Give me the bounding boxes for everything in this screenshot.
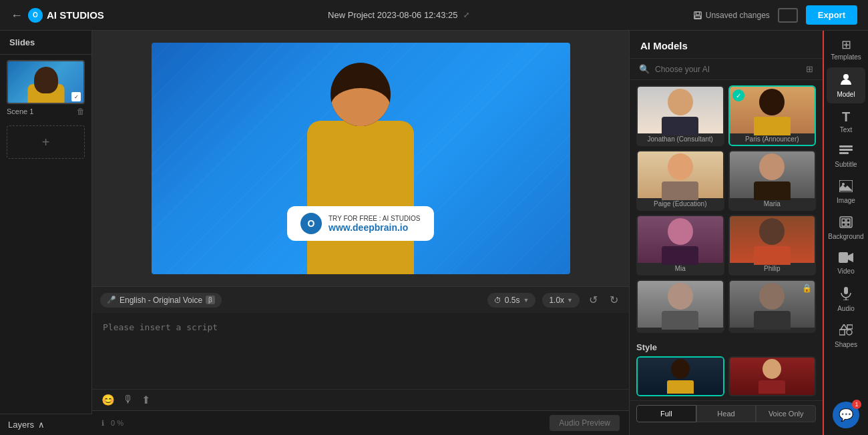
status-left: ℹ 0 %: [101, 419, 124, 428]
upload-icon[interactable]: ⬆: [142, 394, 150, 406]
audio-icon: [840, 287, 852, 302]
script-icons: 😊 🎙 ⬆: [101, 394, 150, 406]
unsaved-text: Unsaved changes: [706, 11, 770, 20]
time-selector[interactable]: ⏱ 0.5s ▼: [487, 293, 536, 308]
model-card-philip[interactable]: Philip: [728, 215, 817, 276]
canvas-wrapper: O TRY FOR FREE : AI STUDIOS www.deepbrai…: [92, 31, 629, 286]
chat-notification-badge: 1: [852, 400, 861, 409]
model-card-maria[interactable]: Maria: [728, 150, 817, 211]
topbar-left: ← O AI STUDIOS: [11, 8, 104, 23]
model-card-mia[interactable]: Mia: [636, 215, 724, 276]
clock-icon: ⏱: [494, 296, 501, 304]
view-voice-button[interactable]: Voice Only: [756, 405, 816, 422]
external-link-icon[interactable]: ⤢: [463, 11, 469, 19]
view-head-button[interactable]: Head: [696, 405, 756, 422]
shapes-icon: [839, 324, 853, 338]
model-card-unknown1[interactable]: [636, 280, 724, 333]
watermark-url: www.deepbrain.io: [329, 222, 420, 233]
save-icon: [693, 11, 702, 20]
chat-button[interactable]: 💬 1: [833, 402, 859, 428]
screen-size-icon[interactable]: [778, 8, 798, 23]
lock-icon: 🔒: [802, 284, 812, 293]
time-label: 0.5s: [505, 296, 520, 305]
svg-point-19: [847, 330, 852, 335]
watermark-prefix: TRY FOR FREE : AI STUDIOS: [329, 215, 420, 222]
add-slide-icon: +: [42, 135, 50, 150]
svg-rect-18: [839, 330, 845, 335]
tool-background[interactable]: Background: [827, 211, 865, 246]
language-label: English - Original Voice: [120, 296, 202, 305]
model-card-paige[interactable]: Paige (Education): [636, 150, 724, 211]
model-name-paris: Paris (Announcer): [730, 133, 815, 145]
tool-video[interactable]: Video: [827, 247, 865, 280]
svg-point-8: [842, 183, 845, 185]
back-button[interactable]: ←: [11, 9, 23, 21]
tool-model[interactable]: Model: [827, 67, 865, 103]
logo-text: AI STUDIOS: [47, 9, 104, 21]
tool-templates[interactable]: ⊞ Templates: [827, 33, 865, 66]
selected-check-icon: ✓: [732, 89, 744, 101]
tool-subtitle[interactable]: Subtitle: [827, 140, 865, 173]
speed-chevron: ▼: [567, 297, 573, 304]
redo-button[interactable]: ↻: [607, 291, 621, 309]
slides-panel: Slides 1 ✓ Scene 1 🗑 + Layers ∧: [0, 31, 92, 435]
export-button[interactable]: Export: [806, 5, 857, 25]
script-input[interactable]: [92, 313, 629, 386]
add-slide-button[interactable]: +: [7, 125, 85, 159]
ai-models-header: AI Models: [630, 31, 823, 59]
mic-script-icon[interactable]: 🎙: [123, 394, 134, 406]
model-label: Model: [837, 91, 855, 98]
search-icon: 🔍: [639, 64, 650, 74]
chat-icon: 💬: [839, 408, 853, 422]
layers-bar[interactable]: Layers ∧: [0, 414, 92, 435]
style-image-full: [638, 358, 723, 395]
slide-item-1[interactable]: 1 ✓ Scene 1 🗑: [0, 55, 91, 121]
video-label: Video: [837, 268, 854, 275]
avatar-head: [331, 63, 391, 126]
canvas-area: O TRY FOR FREE : AI STUDIOS www.deepbrai…: [92, 31, 629, 435]
unsaved-badge: Unsaved changes: [693, 11, 770, 20]
language-selector[interactable]: 🎤 English - Original Voice β: [100, 293, 222, 308]
mic-icon: 🎤: [107, 296, 116, 304]
thumb-checkmark: ✓: [71, 92, 81, 101]
filter-icon[interactable]: ⊞: [806, 64, 813, 74]
delete-slide-icon[interactable]: 🗑: [77, 107, 85, 116]
svg-rect-12: [842, 223, 845, 226]
templates-icon: ⊞: [841, 39, 851, 51]
view-full-button[interactable]: Full: [636, 405, 696, 422]
svg-rect-4: [839, 145, 853, 147]
tool-shapes[interactable]: Shapes: [827, 319, 865, 354]
svg-rect-2: [694, 15, 700, 18]
undo-button[interactable]: ↺: [586, 291, 600, 309]
slide-thumbnail: ✓: [7, 60, 85, 104]
model-image-jonathan: [638, 87, 723, 133]
model-card-jonathan[interactable]: Jonathan (Consultant): [636, 85, 724, 146]
style-card-full[interactable]: [636, 356, 724, 396]
model-icon: [839, 73, 853, 88]
project-title: New Project 2023-08-06 12:43:25: [328, 10, 457, 20]
model-image-paige: [638, 151, 723, 198]
view-options: Full Head Voice Only: [630, 400, 823, 426]
audio-preview-button[interactable]: Audio Preview: [550, 415, 620, 431]
background-icon: [839, 216, 853, 230]
model-card-unknown2[interactable]: 🔒: [728, 280, 817, 333]
tool-image[interactable]: Image: [827, 175, 865, 209]
svg-rect-13: [847, 223, 850, 226]
model-name-jonathan: Jonathan (Consultant): [638, 133, 723, 145]
search-input[interactable]: [655, 65, 801, 74]
script-area: 😊 🎙 ⬆: [92, 313, 629, 410]
video-icon: [839, 252, 853, 265]
main-area: Slides 1 ✓ Scene 1 🗑 + Layers ∧: [0, 31, 868, 435]
model-name-philip: Philip: [730, 263, 815, 274]
watermark-text: TRY FOR FREE : AI STUDIOS www.deepbrain.…: [329, 215, 420, 233]
style-card-head[interactable]: [728, 356, 817, 396]
logo: O AI STUDIOS: [28, 8, 104, 23]
tool-audio[interactable]: Audio: [827, 282, 865, 318]
slide-label: Scene 1 🗑: [7, 107, 85, 116]
tool-text[interactable]: T Text: [827, 105, 865, 139]
emoji-icon[interactable]: 😊: [101, 394, 115, 406]
model-card-paris[interactable]: ✓ Paris (Announcer): [728, 85, 817, 146]
subtitle-label: Subtitle: [835, 161, 857, 168]
svg-rect-1: [696, 11, 699, 14]
speed-selector[interactable]: 1.0x ▼: [542, 293, 580, 308]
